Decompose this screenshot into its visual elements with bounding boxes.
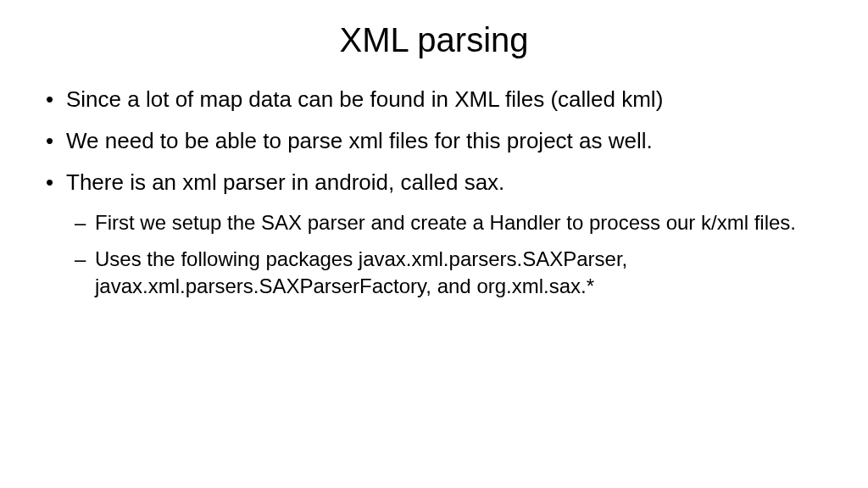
bullet-list: Since a lot of map data can be found in …: [42, 85, 826, 299]
bullet-level1: We need to be able to parse xml files fo…: [42, 126, 826, 156]
bullet-level1: Since a lot of map data can be found in …: [42, 85, 826, 114]
bullet-level2: Uses the following packages javax.xml.pa…: [42, 246, 826, 298]
bullet-level2: First we setup the SAX parser and create…: [42, 209, 826, 236]
slide-title: XML parsing: [42, 21, 826, 59]
bullet-level1: There is an xml parser in android, calle…: [42, 168, 826, 197]
